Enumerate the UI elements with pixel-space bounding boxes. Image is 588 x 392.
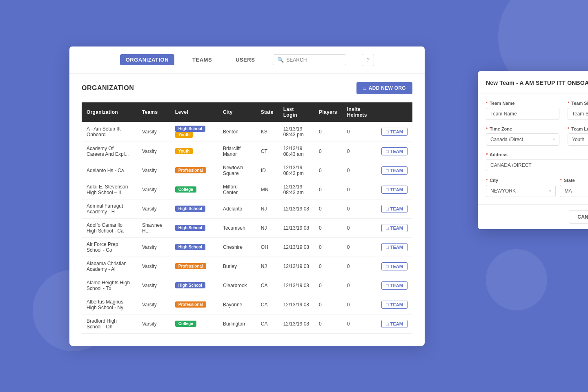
cell-action: □ TEAM	[376, 180, 412, 199]
level-badge: High School	[175, 206, 205, 212]
cell-city: Benton	[218, 122, 256, 142]
cell-helmets: 0	[342, 257, 376, 276]
cell-lastlogin: 12/13/19 08	[278, 276, 314, 295]
form-row-city-state-zip: * City ▿ * State	[486, 178, 588, 197]
cell-level: High SchoolYouth	[170, 122, 218, 142]
team-button[interactable]: □ TEAM	[381, 301, 408, 309]
cell-teams: Varsity	[137, 276, 170, 295]
cell-city: Clearbrook	[218, 276, 256, 295]
cell-city: Adelanto	[218, 199, 256, 218]
tab-teams[interactable]: TEAMS	[187, 54, 218, 65]
cell-teams: Varsity	[137, 142, 170, 161]
add-new-org-button[interactable]: □ ADD NEW ORG	[356, 82, 412, 94]
timezone-select[interactable]: Canada /Direct ▿	[486, 133, 559, 146]
table-row: Air Force Prep School - Co Varsity High …	[82, 237, 412, 257]
cell-players: 0	[314, 122, 342, 142]
cell-org: Alamo Heights High School - Tx	[82, 276, 137, 295]
cell-players: 0	[314, 295, 342, 314]
content-area: ORGANIZATION □ ADD NEW ORG Organization …	[69, 74, 425, 346]
col-organization: Organization	[82, 102, 137, 122]
search-input[interactable]	[286, 57, 339, 63]
col-helmets: Insite Helmets	[342, 102, 376, 122]
cell-city: Tecumseh	[218, 218, 256, 237]
cell-action: □ TEAM	[376, 161, 412, 180]
team-button[interactable]: □ TEAM	[381, 147, 408, 155]
state-field[interactable]: ▿	[560, 185, 588, 197]
level-badge: Professional	[175, 167, 206, 173]
tab-users[interactable]: USERS	[230, 54, 261, 65]
table-row: Adolfo Camarillo High School - Ca Shawne…	[82, 218, 412, 237]
team-name-input[interactable]	[486, 108, 559, 120]
cell-city: Burlington	[218, 314, 256, 333]
city-input[interactable]	[490, 188, 547, 194]
team-level-group: * Team Level Youth ▿	[568, 126, 588, 146]
state-input[interactable]	[564, 188, 588, 194]
team-button[interactable]: □ TEAM	[381, 166, 408, 175]
cell-level: High School	[170, 199, 218, 218]
table-row: Adlai E. Stevenson High School – Il Vars…	[82, 180, 412, 199]
cell-players: 0	[314, 180, 342, 199]
city-field[interactable]: ▿	[486, 185, 556, 197]
table-row: Alamo Heights High School - Tx Varsity H…	[82, 276, 412, 295]
level-badge: Youth	[175, 132, 193, 138]
team-button[interactable]: □ TEAM	[381, 205, 408, 213]
team-short-name-input[interactable]	[568, 108, 588, 120]
team-button[interactable]: □ TEAM	[381, 186, 408, 194]
team-icon: □	[386, 187, 389, 192]
cell-action: □ TEAM	[376, 295, 412, 314]
cell-players: 0	[314, 276, 342, 295]
team-button[interactable]: □ TEAM	[381, 281, 408, 290]
cell-city: Newtown Square	[218, 161, 256, 180]
cell-lastlogin: 12/13/19 08	[278, 237, 314, 257]
timezone-label: * Time Zone	[486, 126, 559, 131]
page-title: ORGANIZATION	[82, 84, 134, 92]
col-lastlogin: Last Login	[278, 102, 314, 122]
team-short-name-group: * Team Short Name	[568, 101, 588, 120]
cell-players: 0	[314, 199, 342, 218]
cell-level: Professional	[170, 295, 218, 314]
cell-teams: Varsity	[137, 237, 170, 257]
tab-organization[interactable]: ORGANIZATION	[120, 54, 174, 65]
team-button[interactable]: □ TEAM	[381, 224, 408, 232]
address-select[interactable]: CANADA /DIRECT ▿	[486, 159, 588, 171]
team-icon: □	[386, 302, 389, 307]
col-city: City	[218, 102, 256, 122]
cell-helmets: 0	[342, 276, 376, 295]
state-label: * State	[560, 178, 588, 183]
cell-level: High School	[170, 237, 218, 257]
level-badge: High School	[175, 225, 205, 231]
cell-action: □ TEAM	[376, 276, 412, 295]
team-name-group: * Team Name	[486, 101, 559, 120]
cell-state: ID	[256, 161, 278, 180]
team-icon: □	[386, 226, 389, 230]
new-team-modal: New Team - A AM SETUP ITT ONBOARD ? * Te…	[478, 71, 588, 229]
cell-teams: Varsity	[137, 122, 170, 142]
main-panel: ORGANIZATION TEAMS USERS 🔍 ? ORGANIZATIO…	[69, 47, 425, 346]
team-button[interactable]: □ TEAM	[381, 262, 408, 270]
team-button[interactable]: □ TEAM	[381, 320, 408, 328]
cancel-button[interactable]: CANCEL	[569, 210, 588, 224]
cell-players: 0	[314, 237, 342, 257]
team-button[interactable]: □ TEAM	[381, 243, 408, 251]
city-group: * City ▿	[486, 178, 556, 197]
table-row: Bradford High School - Oh Varsity Colleg…	[82, 314, 412, 333]
team-level-select[interactable]: Youth ▿	[568, 133, 588, 146]
cell-players: 0	[314, 314, 342, 333]
cell-level: Youth	[170, 142, 218, 161]
cell-level: College	[170, 314, 218, 333]
cell-org: A - Am Setup Itt Onboard	[82, 122, 137, 142]
form-row-names: * Team Name * Team Short Name	[486, 101, 588, 120]
cell-state: OH	[256, 237, 278, 257]
col-level: Level	[170, 102, 218, 122]
help-button[interactable]: ?	[362, 54, 374, 66]
search-box[interactable]: 🔍	[273, 54, 346, 65]
cell-players: 0	[314, 142, 342, 161]
table-row: Albertus Magnus High School - Ny Varsity…	[82, 295, 412, 314]
team-button[interactable]: □ TEAM	[381, 128, 408, 136]
cell-action: □ TEAM	[376, 218, 412, 237]
address-label: * Address	[486, 152, 588, 157]
cell-teams: Varsity	[137, 161, 170, 180]
level-badge: High School	[175, 126, 205, 132]
cell-level: High School	[170, 276, 218, 295]
cell-action: □ TEAM	[376, 314, 412, 333]
